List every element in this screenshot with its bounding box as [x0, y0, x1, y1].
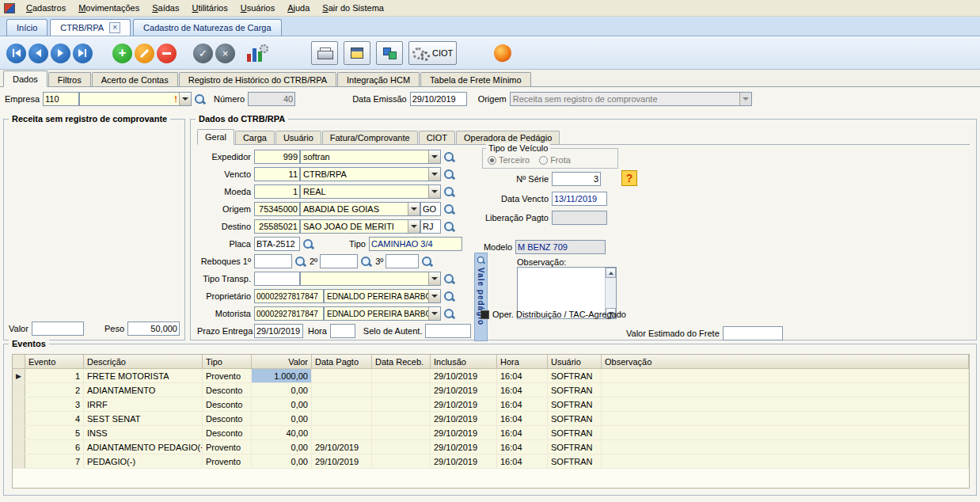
dropdown-button[interactable] — [408, 203, 420, 215]
moeda-search-icon[interactable] — [443, 186, 455, 198]
dropdown-button[interactable] — [408, 220, 420, 233]
cell-observacao[interactable] — [602, 369, 969, 382]
cell-evento[interactable]: 3 — [25, 397, 84, 411]
moeda-code-field[interactable]: 1 — [254, 184, 300, 199]
confirm-button[interactable]: ✓ — [193, 44, 213, 63]
tab-ciot[interactable]: CIOT — [419, 131, 455, 144]
cell-hora[interactable]: 16:04 — [497, 383, 548, 397]
destino-code-field[interactable]: 25585021 — [254, 219, 300, 234]
cell-usuario[interactable]: SOFTRAN — [548, 440, 602, 454]
cell-tipo[interactable]: Desconto — [203, 426, 252, 439]
cell-descricao[interactable]: FRETE MOTORISTA — [84, 369, 203, 382]
cell-data_pagto[interactable] — [312, 369, 372, 382]
delete-button[interactable] — [157, 44, 177, 63]
cell-hora[interactable]: 16:04 — [497, 454, 548, 468]
proprietario-code-field[interactable]: 00002927817847 — [254, 289, 324, 303]
cell-evento[interactable]: 5 — [25, 426, 84, 439]
oper-distribuicao-checkbox[interactable] — [481, 310, 489, 319]
menu-saidas[interactable]: Saídas — [146, 2, 185, 14]
cell-usuario[interactable]: SOFTRAN — [548, 383, 602, 397]
cell-hora[interactable]: 16:04 — [497, 369, 548, 382]
column-header-data_receb[interactable]: Data Receb. — [372, 355, 431, 369]
cell-inclusao[interactable]: 29/10/2019 — [431, 426, 497, 439]
print-button[interactable] — [311, 41, 338, 65]
column-header-hora[interactable]: Hora — [497, 355, 548, 369]
reboque1-field[interactable] — [254, 254, 292, 268]
page-tab-tabela-frete-minimo[interactable]: Tabela de Frete Mínimo — [420, 72, 531, 86]
tipo-transp-combo[interactable] — [300, 272, 441, 286]
page-tab-acerto-de-contas[interactable]: Acerto de Contas — [92, 72, 178, 86]
table-row[interactable]: 4SEST SENATDesconto0,0029/10/201916:04SO… — [13, 412, 969, 426]
valor-field[interactable] — [32, 321, 84, 336]
cell-hora[interactable]: 16:04 — [497, 440, 548, 454]
cell-observacao[interactable] — [602, 426, 969, 439]
motorista-combo[interactable]: EDNALDO PEREIRA BARBO — [324, 306, 441, 321]
proprietario-combo[interactable]: EDNALDO PEREIRA BARBO — [324, 289, 441, 303]
cell-valor[interactable]: 0,00 — [252, 397, 312, 411]
edit-button[interactable] — [135, 44, 154, 63]
nav-next-button[interactable] — [51, 44, 70, 63]
cell-evento[interactable]: 6 — [25, 440, 84, 454]
column-header-data_pagto[interactable]: Data Pagto — [312, 355, 372, 369]
table-row[interactable]: 3IRRFDesconto0,0029/10/201916:04SOFTRAN — [13, 397, 969, 412]
cell-data_pagto[interactable]: 29/10/2019 — [312, 454, 372, 468]
cell-data_pagto[interactable] — [312, 426, 372, 439]
reboque2-search-icon[interactable] — [360, 256, 372, 268]
cell-usuario[interactable]: SOFTRAN — [548, 369, 602, 382]
menu-sair[interactable]: Sair do Sistema — [316, 2, 390, 14]
page-tab-dados[interactable]: Dados — [3, 70, 47, 87]
cell-valor[interactable]: 1.000,00 — [252, 369, 312, 382]
proprietario-search-icon[interactable] — [443, 291, 455, 302]
orange-tool-button[interactable] — [492, 43, 513, 63]
expedidor-search-icon[interactable] — [443, 151, 455, 163]
tab-usuario[interactable]: Usuário — [275, 131, 321, 144]
expedidor-code-field[interactable]: 999 — [254, 150, 300, 164]
menu-ajuda[interactable]: Ajuda — [281, 2, 316, 14]
cell-data_receb[interactable] — [372, 369, 431, 382]
vencto-code-field[interactable]: 11 — [254, 167, 300, 181]
cell-data_pagto[interactable]: 29/10/2019 — [312, 440, 372, 454]
cell-data_receb[interactable] — [372, 454, 431, 468]
column-header-usuario[interactable]: Usuário — [548, 355, 602, 369]
cell-usuario[interactable]: SOFTRAN — [548, 426, 602, 439]
placa-field[interactable]: BTA-2512 — [254, 237, 300, 251]
origem-combo[interactable]: Receita sem registro de comprovante — [510, 92, 752, 106]
cell-descricao[interactable]: IRRF — [84, 397, 203, 411]
cell-data_receb[interactable] — [372, 440, 431, 454]
cell-tipo[interactable]: Desconto — [203, 383, 252, 397]
ciot-button[interactable]: CIOT — [408, 41, 457, 65]
cell-inclusao[interactable]: 29/10/2019 — [431, 412, 497, 425]
destino-combo[interactable]: SAO JOAO DE MERITI — [300, 219, 420, 234]
cell-evento[interactable]: 1 — [25, 369, 84, 382]
origem-uf-field[interactable]: GO — [420, 202, 441, 216]
menu-movimentacoes[interactable]: Movimentações — [72, 2, 146, 14]
reboque2-field[interactable] — [320, 254, 358, 268]
cell-data_pagto[interactable] — [312, 397, 372, 411]
valor-estimado-frete-field[interactable] — [723, 326, 783, 340]
dropdown-button[interactable] — [179, 93, 191, 105]
cell-inclusao[interactable]: 29/10/2019 — [431, 397, 497, 411]
table-row[interactable]: 2ADIANTAMENTODesconto0,0029/10/201916:04… — [13, 383, 969, 397]
tipo-veiculo-field[interactable]: CAMINHAO 3/4 — [369, 237, 462, 251]
menu-utilitarios[interactable]: Utilitários — [185, 2, 234, 14]
cell-usuario[interactable]: SOFTRAN — [548, 397, 602, 411]
cell-valor[interactable]: 0,00 — [252, 454, 312, 468]
scroll-up-icon[interactable] — [606, 268, 616, 278]
dropdown-button[interactable] — [428, 307, 440, 320]
vencto-search-icon[interactable] — [443, 169, 455, 181]
table-row[interactable]: 5INSSDesconto40,0029/10/201916:04SOFTRAN — [13, 426, 969, 440]
cell-evento[interactable]: 4 — [25, 412, 84, 425]
cell-usuario[interactable]: SOFTRAN — [548, 454, 602, 468]
prazo-entrega-field[interactable]: 29/10/2019 — [254, 324, 303, 338]
empresa-code-field[interactable]: 110 — [43, 92, 79, 106]
menu-cadastros[interactable]: Cadastros — [20, 2, 72, 14]
motorista-code-field[interactable]: 00002927817847 — [254, 306, 324, 321]
nav-last-button[interactable] — [73, 44, 93, 63]
cell-descricao[interactable]: ADIANTAMENTO PEDAGIO(+) — [84, 440, 203, 454]
cell-hora[interactable]: 16:04 — [497, 412, 548, 425]
cell-hora[interactable]: 16:04 — [497, 426, 548, 439]
transfer-button[interactable] — [376, 41, 403, 65]
cell-tipo[interactable]: Provento — [203, 440, 252, 454]
cancel-button[interactable]: × — [215, 44, 235, 63]
cell-tipo[interactable]: Desconto — [203, 397, 252, 411]
